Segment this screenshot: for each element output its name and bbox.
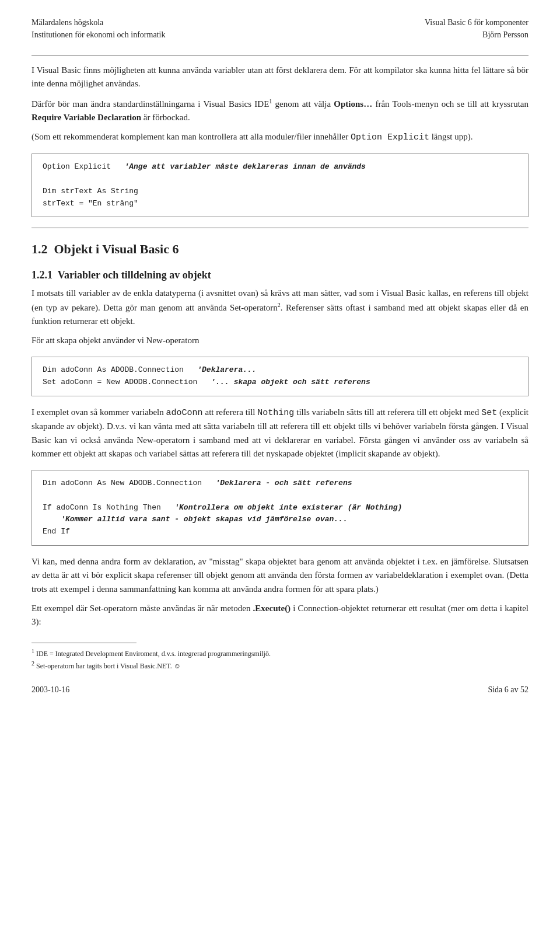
code2-line2: Set adoConn = New ADODB.Connection '... …	[43, 376, 517, 389]
code-line-1-comment: 'Ange att variabler måste deklareras inn…	[124, 162, 365, 171]
footnote-2-text: Set-operatorn har tagits bort i Visual B…	[36, 662, 181, 670]
code3-line5: End If	[43, 526, 517, 538]
code-line-1: Option Explicit 'Ange att variabler måst…	[43, 161, 517, 173]
author-name: Björn Persson	[425, 29, 528, 41]
section-1-2-number: 1.2	[32, 242, 48, 256]
code2-comment2: '... skapa objekt och sätt referens	[211, 378, 370, 386]
code2-comment1: 'Deklarera...	[197, 365, 256, 374]
section-1-2-title: Objekt i Visual Basic 6	[54, 242, 179, 256]
code3-blank	[43, 490, 517, 502]
section-divider-1	[32, 228, 528, 228]
footnote-2: 2 Set-operatorn har tagits bort i Visual…	[32, 659, 528, 671]
header-left: Mälardalens högskola Institutionen för e…	[32, 16, 165, 41]
code3-line1: Dim adoConn As New ADODB.Connection 'Dek…	[43, 477, 517, 490]
para-1-2-1-first: I motsats till variabler av de enkla dat…	[32, 287, 528, 328]
footnote-1-text: IDE = Integrated Development Enviroment,…	[36, 650, 271, 658]
section-1-2-1-number: 1.2.1	[32, 269, 52, 281]
code3-comment2: 'Kontrollera om objekt inte existerar (ä…	[174, 503, 402, 512]
footnote-divider	[32, 643, 136, 643]
intro-para2-bold2: Require Variable Declaration	[32, 113, 141, 122]
code2-dim: Dim adoConn As ADODB.Connection	[43, 365, 184, 374]
institution-name: Mälardalens högskola	[32, 16, 165, 29]
code-line-2	[43, 173, 517, 186]
section-1-2-1-title: Variabler och tilldelning av objekt	[58, 269, 211, 281]
code3-line4: 'Kommer alltid vara sant - objekt skapas…	[43, 514, 517, 526]
code-block-3: Dim adoConn As New ADODB.Connection 'Dek…	[32, 470, 528, 546]
para-ex1-cont2: tills variabeln sätts till att referera …	[294, 407, 481, 417]
code3-line3: If adoConn Is Nothing Then 'Kontrollera …	[43, 502, 517, 514]
header-right: Visual Basic 6 för komponenter Björn Per…	[425, 16, 528, 41]
header-divider	[32, 55, 528, 55]
page: Mälardalens högskola Institutionen för e…	[0, 0, 560, 711]
code-block-1: Option Explicit 'Ange att variabler måst…	[32, 154, 528, 217]
code3-endif: End If	[43, 527, 70, 536]
footnote-1: 1 IDE = Integrated Development Enviromen…	[32, 647, 528, 659]
section-1-2-1-heading: 1.2.1 Variabler och tilldelning av objek…	[32, 269, 528, 282]
code-assign-strtext: strText = "En sträng"	[43, 199, 138, 208]
intro-para1: I Visual Basic finns möjligheten att kun…	[32, 64, 528, 91]
footnote-2-sup: 2	[32, 660, 34, 667]
page-header: Mälardalens högskola Institutionen för e…	[32, 16, 528, 44]
intro-para2-cont: från Tools-menyn och se till att kryssru…	[372, 99, 528, 109]
para-new-operator: För att skapa objekt använder vi New-ope…	[32, 334, 528, 347]
code-block-2: Dim adoConn As ADODB.Connection 'Deklare…	[32, 357, 528, 396]
intro-para2-end: genom att välja	[272, 99, 334, 109]
para-after-code3: Vi kan, med denna andra form av deklarat…	[32, 555, 528, 596]
para-execute: Ett exempel där Set-operatorn måste anvä…	[32, 602, 528, 629]
code-line-assign: strText = "En sträng"	[43, 198, 517, 210]
intro-para2-end2: är förbockad.	[141, 113, 190, 122]
para-ex1-adoconn: adoConn	[166, 408, 203, 418]
code3-dim-new: Dim adoConn As New ADODB.Connection	[43, 479, 202, 487]
page-footer: 2003-10-16 Sida 6 av 52	[32, 682, 528, 695]
option-explicit-inline: Option Explicit	[351, 132, 429, 142]
para-ex1-start: I exemplet ovan så kommer variabeln	[32, 407, 166, 417]
code-dim-strtext: Dim strText As String	[43, 187, 138, 196]
para-ex1-cont1: att referera till	[203, 407, 258, 417]
course-name: Visual Basic 6 för komponenter	[425, 16, 528, 29]
code-line-1-code: Option Explicit	[43, 162, 111, 171]
intro-para2-start: Därför bör man ändra standardinställning…	[32, 99, 269, 109]
code-line-dim: Dim strText As String	[43, 186, 517, 198]
intro-para2: Därför bör man ändra standardinställning…	[32, 97, 528, 125]
code2-set: Set adoConn = New ADODB.Connection	[43, 378, 197, 386]
section-1-2-heading: 1.2 Objekt i Visual Basic 6	[32, 241, 528, 258]
code3-comment3: 'Kommer alltid vara sant - objekt skapas…	[61, 515, 347, 524]
footer-date: 2003-10-16	[32, 685, 69, 695]
department-name: Institutionen för ekonomi och informatik	[32, 29, 165, 41]
code2-line1: Dim adoConn As ADODB.Connection 'Deklare…	[43, 364, 517, 376]
para-execute-method: .Execute()	[253, 604, 291, 613]
code3-if: If adoConn Is Nothing Then	[43, 503, 161, 512]
para-example-1: I exemplet ovan så kommer variabeln adoC…	[32, 406, 528, 461]
para-execute-start: Ett exempel där Set-operatorn måste anvä…	[32, 604, 253, 613]
footer-page: Sida 6 av 52	[488, 685, 528, 695]
para-ex1-set: Set	[481, 408, 497, 418]
para-ex1-nothing: Nothing	[257, 408, 294, 418]
footnote-1-sup: 1	[32, 648, 34, 654]
code3-comment1: 'Deklarera - och sätt referens	[215, 479, 352, 487]
intro-para3: (Som ett rekommenderat komplement kan ma…	[32, 130, 528, 144]
intro-para2-bold: Options…	[334, 99, 372, 109]
